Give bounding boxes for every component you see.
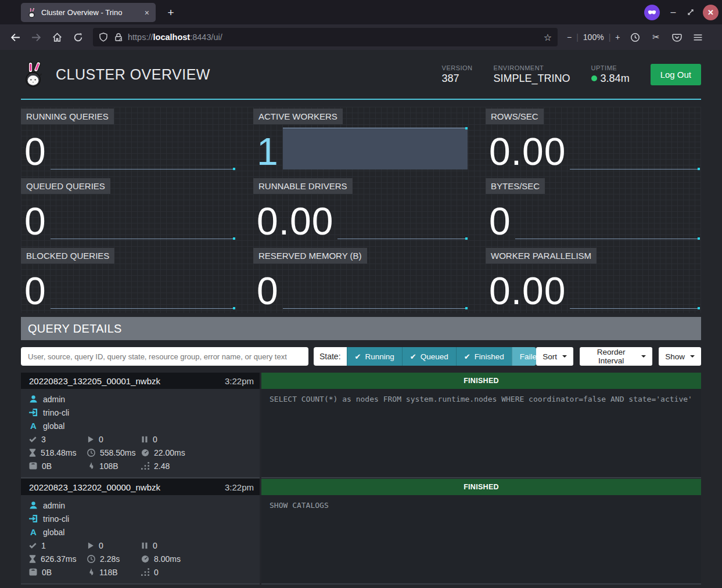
lock-warning-icon[interactable] [114, 33, 123, 42]
query-status-badge: FINISHED [261, 373, 701, 389]
stat-value: 0 [24, 204, 46, 239]
url-text[interactable]: https://localhost:8443/ui/ [128, 33, 544, 42]
source-sign-in-icon [29, 408, 38, 417]
clock-icon [87, 449, 95, 457]
play-icon [87, 542, 94, 549]
version-stat: VERSION 387 [442, 64, 473, 85]
url-bar[interactable]: https://localhost:8443/ui/ ☆ [93, 28, 558, 46]
gauge-icon [141, 555, 149, 563]
window-restore-button[interactable] [687, 8, 695, 16]
stat-value: 0 [257, 273, 279, 309]
history-clock-icon[interactable] [626, 28, 644, 46]
sparkline [283, 128, 468, 169]
uptime-status-dot [591, 75, 597, 81]
menu-hamburger-icon[interactable] [688, 28, 707, 46]
stat-value: 0.00 [489, 273, 566, 309]
check-icon: ✔ [410, 352, 416, 361]
clock-icon [87, 555, 95, 563]
uptime-stat: UPTIME 3.84m [591, 64, 630, 85]
new-tab-button[interactable]: + [163, 5, 179, 21]
user-icon [29, 501, 38, 510]
tab-title: Cluster Overview - Trino [41, 8, 143, 17]
check-icon: ✔ [355, 352, 361, 361]
query-filter-toolbar: State: ✔ Running ✔ Queued ✔ Finished Fai… [21, 347, 701, 366]
query-search-input[interactable] [21, 347, 308, 366]
query-sql-text: SHOW CATALOGS [261, 495, 701, 585]
pocket-icon[interactable] [667, 28, 686, 46]
stat-value: 1 [257, 134, 279, 169]
sparkline [283, 267, 468, 309]
query-details-title: QUERY DETAILS [28, 322, 122, 336]
resource-group-icon: A [29, 527, 38, 537]
stat-card-bytes-sec: BYTES/SEC 0 [486, 176, 701, 243]
query-status-badge: FINISHED [261, 479, 701, 495]
check-icon [29, 435, 37, 443]
parallelism-chart-icon [141, 568, 149, 576]
query-resource-group: global [43, 421, 64, 431]
sparkline [570, 128, 700, 169]
query-sql-text: SELECT COUNT(*) as nodes FROM system.run… [261, 389, 701, 478]
query-details-header: QUERY DETAILS [21, 317, 701, 340]
show-dropdown[interactable]: Show [659, 347, 701, 366]
private-browsing-icon [644, 5, 660, 20]
tab-close-icon[interactable]: × [143, 8, 151, 17]
check-icon [29, 542, 37, 549]
query-row: 20220823_132202_00000_nwbzk 3:22pm FINIS… [21, 479, 701, 585]
window-close-button[interactable]: ✕ [703, 5, 719, 20]
page-title: CLUSTER OVERVIEW [56, 66, 210, 83]
chevron-down-icon [690, 355, 695, 358]
query-id-link[interactable]: 20220823_132205_00001_nwbzk [29, 376, 160, 386]
parallelism-chart-icon [141, 462, 149, 470]
window-minimize-button[interactable]: – [668, 7, 678, 17]
trino-bunny-favicon [27, 8, 37, 18]
bookmark-star-icon[interactable]: ☆ [544, 32, 552, 43]
zoom-level[interactable]: 100% [583, 33, 604, 42]
query-user: admin [43, 501, 65, 510]
play-icon [87, 436, 94, 443]
environment-stat: ENVIRONMENT SIMPLE_TRINO [494, 64, 570, 85]
home-button[interactable] [48, 28, 66, 46]
query-header: 20220823_132205_00001_nwbzk 3:22pm [21, 373, 260, 389]
source-sign-in-icon [29, 514, 38, 523]
zoom-out-button[interactable]: − [567, 33, 572, 42]
stat-value: 0.00 [489, 134, 566, 169]
filter-queued-button[interactable]: ✔ Queued [402, 347, 456, 366]
reorder-interval-dropdown[interactable]: Reorder Interval [580, 347, 652, 366]
stat-card-reserved-memory: RESERVED MEMORY (B) 0 [253, 246, 469, 313]
logout-button[interactable]: Log Out [651, 64, 701, 85]
pause-icon [141, 542, 148, 549]
query-id-link[interactable]: 20220823_132202_00000_nwbzk [29, 482, 160, 492]
screenshot-extension-icon[interactable]: ✂ [646, 28, 665, 46]
browser-navbar: https://localhost:8443/ui/ ☆ − | 100% | … [0, 24, 722, 50]
sort-dropdown[interactable]: Sort [536, 347, 573, 366]
memory-scale-icon [29, 462, 37, 470]
memory-scale-icon [29, 568, 37, 576]
chevron-down-icon [562, 355, 567, 358]
stat-value: 0 [24, 273, 46, 309]
back-button[interactable] [6, 28, 24, 46]
forward-button[interactable] [27, 28, 45, 46]
sparkline [51, 128, 235, 169]
stat-card-runnable-drivers: RUNNABLE DRIVERS 0.00 [253, 176, 469, 243]
flame-icon [87, 568, 95, 576]
stat-card-worker-parallelism: WORKER PARALLELISM 0.00 [486, 246, 701, 313]
browser-tab[interactable]: Cluster Overview - Trino × [21, 3, 156, 22]
shield-icon[interactable] [99, 33, 108, 42]
sparkline [51, 267, 235, 309]
reload-button[interactable] [69, 28, 87, 46]
user-icon [29, 395, 38, 403]
zoom-in-button[interactable]: + [615, 33, 620, 42]
query-source: trino-cli [43, 514, 69, 524]
query-info-panel: admin trino-cli Aglobal 1 0 0 626.37ms 2… [21, 495, 260, 585]
pause-icon [141, 436, 148, 443]
filter-running-button[interactable]: ✔ Running [347, 347, 402, 366]
query-source: trino-cli [43, 408, 69, 417]
filter-finished-button[interactable]: ✔ Finished [456, 347, 512, 366]
filter-failed-dropdown[interactable]: Failed [512, 347, 537, 366]
flame-icon [87, 462, 95, 470]
query-row: 20220823_132205_00001_nwbzk 3:22pm FINIS… [21, 373, 701, 478]
gauge-icon [141, 449, 149, 457]
query-header: 20220823_132202_00000_nwbzk 3:22pm [21, 479, 260, 495]
hourglass-icon [29, 449, 36, 457]
stat-card-rows-sec: ROWS/SEC 0.00 [486, 107, 701, 174]
